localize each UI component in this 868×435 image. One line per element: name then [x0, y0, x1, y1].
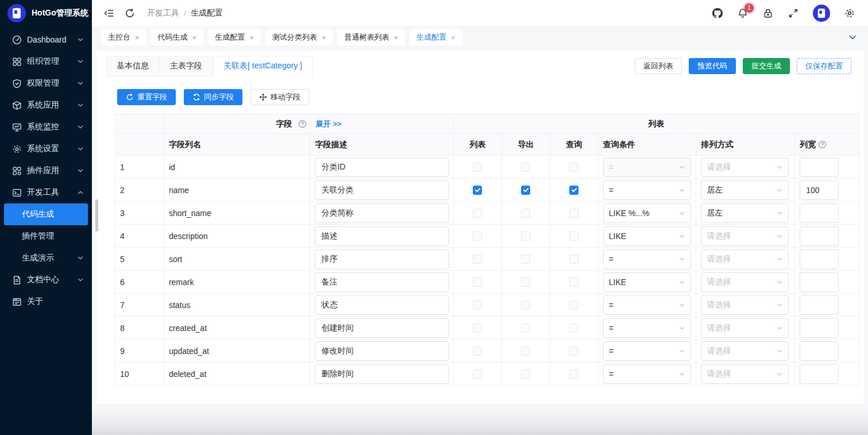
open-tab-1[interactable]: 代码生成×	[151, 29, 204, 45]
sidebar-subitem-8[interactable]: 代码生成	[0, 203, 92, 225]
close-icon[interactable]: ×	[192, 34, 197, 41]
save-config-only-button[interactable]: 仅保存配置	[797, 58, 851, 74]
query-checkbox[interactable]	[569, 186, 578, 195]
export-checkbox[interactable]	[521, 232, 530, 241]
settings-gear-icon[interactable]	[844, 7, 855, 19]
tab-main-fields[interactable]: 主表字段	[160, 56, 213, 76]
query-condition-select[interactable]: =	[603, 157, 692, 177]
align-select[interactable]: 请选择	[701, 226, 789, 246]
align-select[interactable]: 居左	[701, 180, 789, 200]
column-width-input[interactable]	[800, 272, 839, 292]
list-checkbox[interactable]	[473, 301, 482, 310]
query-condition-select[interactable]: =	[603, 318, 692, 338]
field-desc-input[interactable]	[315, 203, 449, 223]
expand-columns-link[interactable]: 展开 >>	[316, 119, 342, 129]
reset-fields-button[interactable]: 重置字段	[117, 89, 176, 105]
lock-icon[interactable]	[762, 7, 774, 19]
field-desc-input[interactable]	[315, 341, 449, 361]
query-condition-select[interactable]: =	[603, 364, 692, 384]
reload-icon[interactable]	[124, 7, 136, 19]
sidebar-item-0[interactable]: Dashboard	[0, 29, 92, 51]
sidebar-scrollbar[interactable]	[95, 199, 98, 232]
column-width-input[interactable]	[800, 364, 839, 384]
query-condition-select[interactable]: =	[603, 249, 692, 269]
sidebar-item-1[interactable]: 组织管理	[0, 51, 92, 72]
align-select[interactable]: 请选择	[701, 318, 789, 338]
field-desc-input[interactable]	[315, 226, 449, 246]
list-checkbox[interactable]	[473, 163, 482, 172]
breadcrumb-parent[interactable]: 开发工具	[147, 8, 179, 18]
sidebar-item-12[interactable]: 关于	[0, 291, 92, 313]
field-desc-input[interactable]	[315, 272, 449, 292]
list-checkbox[interactable]	[473, 232, 482, 241]
export-checkbox[interactable]	[521, 369, 530, 379]
list-checkbox[interactable]	[473, 324, 482, 333]
sidebar-subitem-9[interactable]: 插件管理	[0, 225, 92, 247]
tab-basic-info[interactable]: 基本信息	[106, 56, 159, 76]
column-width-input[interactable]	[800, 249, 839, 269]
query-checkbox[interactable]	[569, 255, 578, 264]
field-desc-input[interactable]	[315, 318, 449, 338]
sidebar-item-3[interactable]: 系统应用	[0, 94, 92, 116]
query-condition-select[interactable]: LIKE	[603, 226, 692, 246]
list-checkbox[interactable]	[473, 186, 482, 195]
query-checkbox[interactable]	[569, 278, 578, 287]
sidebar-item-5[interactable]: 系统设置	[0, 138, 92, 160]
list-checkbox[interactable]	[473, 347, 482, 356]
align-select[interactable]: 请选择	[701, 341, 789, 361]
field-desc-input[interactable]	[315, 249, 449, 269]
close-icon[interactable]: ×	[249, 34, 254, 41]
align-select[interactable]: 请选择	[701, 295, 789, 315]
field-desc-input[interactable]	[315, 364, 449, 384]
notifications-bell-icon[interactable]: 1	[737, 7, 749, 19]
app-logo[interactable]: HotGo管理系统	[0, 0, 92, 26]
query-condition-select[interactable]: LIKE	[603, 272, 692, 292]
export-checkbox[interactable]	[521, 255, 530, 264]
fullscreen-icon[interactable]	[788, 7, 799, 19]
query-condition-select[interactable]: LIKE %...%	[603, 203, 692, 223]
field-desc-input[interactable]	[315, 157, 449, 177]
close-icon[interactable]: ×	[322, 34, 326, 41]
column-width-input[interactable]	[800, 341, 839, 361]
query-checkbox[interactable]	[569, 347, 578, 356]
github-icon[interactable]	[712, 7, 723, 19]
field-help-icon[interactable]	[298, 120, 307, 128]
column-width-input[interactable]	[800, 295, 839, 315]
list-checkbox[interactable]	[473, 209, 482, 218]
column-width-input[interactable]	[800, 157, 839, 177]
export-checkbox[interactable]	[521, 347, 530, 356]
close-icon[interactable]: ×	[394, 34, 398, 41]
close-icon[interactable]: ×	[451, 34, 456, 41]
tabs-dropdown-chevron-icon[interactable]	[848, 34, 857, 41]
open-tab-3[interactable]: 测试分类列表×	[265, 29, 333, 45]
sidebar-item-6[interactable]: 插件应用	[0, 160, 92, 182]
query-checkbox[interactable]	[569, 232, 578, 241]
sync-fields-button[interactable]: 同步字段	[184, 89, 242, 105]
column-width-input[interactable]	[800, 203, 839, 223]
query-condition-select[interactable]: =	[603, 295, 692, 315]
close-icon[interactable]: ×	[135, 34, 140, 41]
sidebar-item-11[interactable]: 文档中心	[0, 269, 92, 291]
align-select[interactable]: 请选择	[701, 364, 789, 384]
move-fields-button[interactable]: 移动字段	[250, 89, 309, 105]
sidebar-item-4[interactable]: 系统监控	[0, 116, 92, 138]
column-width-input[interactable]	[800, 318, 839, 338]
sidebar-subitem-10[interactable]: 生成演示	[0, 247, 92, 269]
query-condition-select[interactable]: =	[603, 180, 692, 200]
align-select[interactable]: 请选择	[701, 272, 789, 292]
export-checkbox[interactable]	[521, 186, 530, 195]
open-tab-5[interactable]: 生成配置×	[410, 29, 462, 45]
query-checkbox[interactable]	[569, 301, 578, 310]
query-checkbox[interactable]	[569, 369, 578, 379]
tab-relation-table[interactable]: 关联表[ testCategory ]	[213, 56, 313, 76]
export-checkbox[interactable]	[521, 209, 530, 218]
query-condition-select[interactable]: =	[603, 341, 692, 361]
query-checkbox[interactable]	[569, 209, 578, 218]
export-checkbox[interactable]	[521, 163, 530, 172]
align-select[interactable]: 请选择	[701, 249, 789, 269]
align-select[interactable]: 请选择	[701, 157, 789, 177]
export-checkbox[interactable]	[521, 301, 530, 310]
sidebar-item-2[interactable]: 权限管理	[0, 72, 92, 94]
back-to-list-button[interactable]: 返回列表	[635, 58, 682, 74]
column-width-input[interactable]	[800, 226, 839, 246]
